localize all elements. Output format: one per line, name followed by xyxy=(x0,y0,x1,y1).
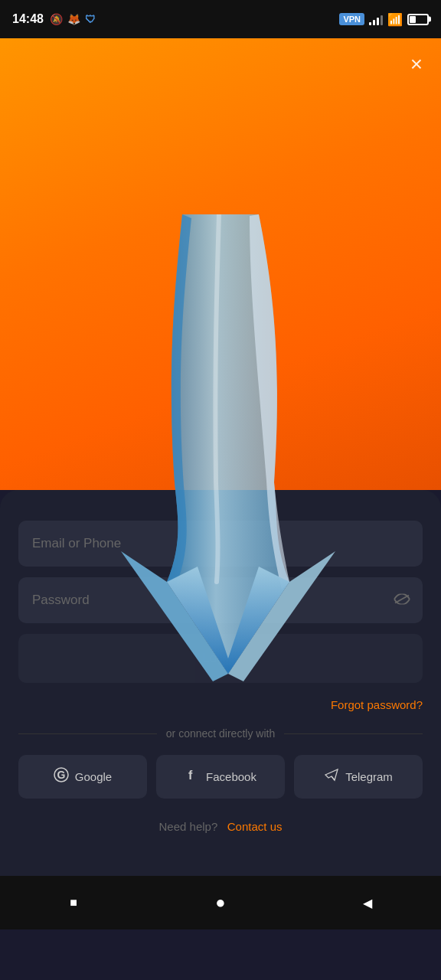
divider: or connect directly with xyxy=(18,727,423,740)
google-label: Google xyxy=(75,770,112,783)
divider-line-left xyxy=(18,733,157,734)
forgot-password-container: Forgot password? xyxy=(18,698,423,712)
forgot-password-link[interactable]: Forgot password? xyxy=(331,698,423,711)
help-text: Need help? xyxy=(159,820,218,833)
nav-bar: ■ ● ◀ xyxy=(0,876,441,929)
mute-icon: 🔕 xyxy=(50,13,63,25)
telegram-button[interactable]: Telegram xyxy=(294,755,423,799)
google-icon: G xyxy=(54,767,69,786)
email-input-wrapper xyxy=(18,521,423,567)
password-toggle-icon[interactable] xyxy=(394,593,410,609)
facebook-icon: f xyxy=(185,767,200,786)
status-icons: 🔕 🦊 🛡 xyxy=(50,13,96,25)
facebook-button[interactable]: f Facebook xyxy=(156,755,285,799)
status-right: VPN 📶 xyxy=(339,12,429,27)
divider-text: or connect directly with xyxy=(166,727,275,740)
close-button[interactable]: × xyxy=(410,54,423,75)
password-input-wrapper xyxy=(18,577,423,623)
login-sheet: Log In Forgot password? or connect direc… xyxy=(0,490,441,876)
email-input[interactable] xyxy=(18,521,423,567)
login-button[interactable]: Log In xyxy=(18,634,423,683)
firefox-icon: 🦊 xyxy=(67,13,80,25)
social-buttons: G Google f Facebook xyxy=(18,755,423,799)
time-display: 14:48 xyxy=(12,12,44,26)
status-left: 14:48 🔕 🦊 🛡 xyxy=(12,12,96,26)
home-button[interactable]: ● xyxy=(201,884,240,922)
orange-header: × xyxy=(0,38,441,490)
svg-text:G: G xyxy=(57,769,65,781)
svg-marker-4 xyxy=(325,769,338,780)
telegram-icon xyxy=(324,767,339,786)
help-container: Need help? Contact us xyxy=(18,820,423,833)
svg-line-5 xyxy=(332,776,335,780)
contact-us-link[interactable]: Contact us xyxy=(227,820,283,833)
facebook-label: Facebook xyxy=(206,770,256,783)
shield-icon: 🛡 xyxy=(85,13,96,25)
password-input[interactable] xyxy=(18,577,423,623)
signal-icon xyxy=(369,13,383,25)
vpn-badge: VPN xyxy=(339,13,364,25)
wifi-icon: 📶 xyxy=(387,12,403,27)
svg-text:f: f xyxy=(188,769,193,782)
app-container: 14:48 🔕 🦊 🛡 VPN 📶 xyxy=(0,0,441,980)
google-button[interactable]: G Google xyxy=(18,755,147,799)
back-button[interactable]: ◀ xyxy=(348,884,387,922)
status-bar: 14:48 🔕 🦊 🛡 VPN 📶 xyxy=(0,0,441,38)
battery-icon xyxy=(407,14,429,25)
stop-button[interactable]: ■ xyxy=(54,884,93,922)
telegram-label: Telegram xyxy=(345,770,393,783)
divider-line-right xyxy=(284,733,423,734)
